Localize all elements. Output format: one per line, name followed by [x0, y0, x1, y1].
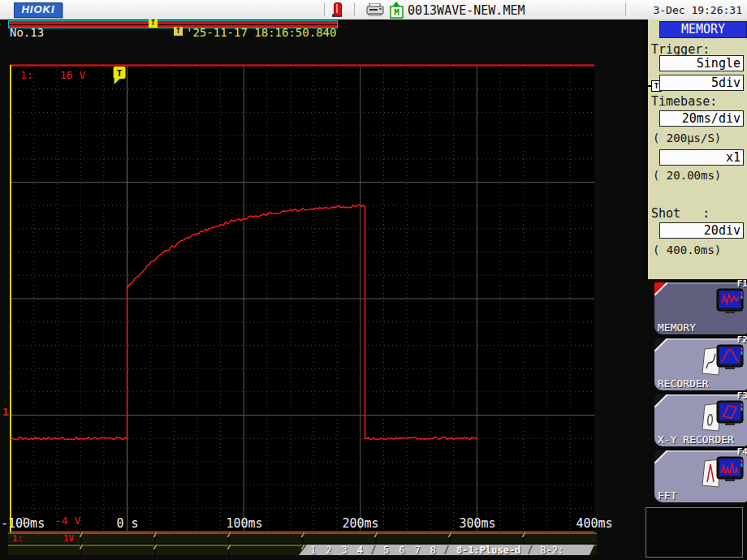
memory-file-icon: M — [389, 2, 405, 19]
channel-segment — [525, 532, 597, 543]
window-note: ( 20.00ms) — [653, 169, 721, 182]
settings-panel: MEMORY Trigger: Single T 5div Timebase: … — [641, 19, 747, 560]
indicator-divider — [528, 545, 533, 554]
channel-number: 2 — [326, 545, 331, 556]
fkey-recorder[interactable]: F2 RECORDER — [654, 338, 747, 390]
channel-number: 8 — [430, 545, 436, 556]
fkey-label: X-Y RECORDER — [658, 433, 734, 446]
channel-segment — [82, 532, 154, 543]
channel-number: 5 — [383, 545, 389, 556]
x-tick: 400ms — [576, 516, 612, 531]
timebase-label: Timebase: — [651, 94, 717, 109]
fkey-label: RECORDER — [658, 377, 709, 390]
waveform-screen: T No.13 T '25-11-17 18:16:50.840 T1:16 V… — [0, 19, 641, 560]
logic-settings-row: 1 2 3 4 5 6 7 8 8-1:Pluse-d 8-2: — [8, 545, 597, 555]
shot-field[interactable]: 20div — [659, 222, 744, 239]
channel-segment — [230, 545, 302, 555]
channel-range: 1V — [63, 533, 74, 544]
channel-segment — [377, 532, 449, 543]
channel-segment — [8, 545, 80, 555]
shot-time-note: ( 400.0ms) — [653, 243, 721, 256]
record-lamp-icon — [332, 2, 342, 17]
channel-number-active: 4 — [357, 545, 363, 556]
sample-rate-note: ( 200µs/S) — [653, 131, 721, 144]
record-number: No.13 — [10, 26, 44, 39]
ch-top-prefix: 1: — [20, 69, 33, 81]
channel-settings-row: 1: 1V — [8, 532, 597, 543]
channel-segment — [451, 532, 523, 543]
printer-icon — [366, 3, 384, 16]
magnification-field[interactable]: x1 — [659, 149, 744, 166]
fkey-label: FFT — [658, 489, 676, 502]
channel-number: 3 — [341, 545, 347, 556]
fkey-empty-slot — [646, 507, 743, 558]
x-tick: 0 s — [116, 516, 138, 531]
svg-text:T: T — [117, 68, 123, 79]
x-tick: 300ms — [459, 516, 495, 531]
indicator-divider — [371, 545, 376, 554]
svg-text:M: M — [394, 7, 399, 18]
fkey-xy-recorder[interactable]: F3 X-Y RECORDER — [654, 394, 747, 446]
indicator-divider — [444, 545, 449, 554]
recorder-wave-icon — [699, 343, 745, 382]
x-tick: 100ms — [226, 516, 262, 531]
channel-number: 6 — [399, 545, 404, 556]
xy-plot-icon — [699, 399, 745, 438]
pretrigger-field[interactable]: 5div — [659, 75, 744, 91]
mode-header: MEMORY — [659, 21, 747, 38]
shot-label: Shot : — [651, 206, 710, 221]
channel-segment — [156, 545, 228, 555]
channel-label: 1: — [12, 533, 23, 544]
timebase-field[interactable]: 20ms/div — [659, 110, 744, 127]
logic-probe-1: 8-1:Pluse-d — [456, 545, 520, 556]
channel-segment — [156, 532, 228, 543]
hioki-logo: HIOKI — [14, 2, 63, 18]
fkey-label: MEMORY — [658, 321, 696, 334]
channel-number: 7 — [414, 545, 420, 556]
x-tick: -100ms — [1, 516, 45, 531]
trigger-time-icon: T — [174, 27, 183, 36]
channel-segment — [304, 532, 376, 543]
memory-wave-icon — [699, 287, 745, 326]
trigger-position-marker-icon[interactable]: T — [149, 19, 158, 28]
trigger-mode-field[interactable]: Single — [659, 55, 744, 71]
channel1-zero-marker: 1 — [2, 406, 9, 418]
logic-probe-2: 8-2: — [540, 545, 563, 556]
channel-segment — [82, 545, 154, 555]
trigger-timestamp: '25-11-17 18:16:50.840 — [186, 26, 336, 39]
toolbar-divider — [354, 2, 358, 16]
channel-segment: 1: 1V — [8, 532, 80, 543]
toolbar-divider — [324, 2, 328, 16]
x-tick: 200ms — [342, 516, 378, 531]
ch-top-value: 16 V — [60, 69, 85, 81]
fkey-memory[interactable]: F1 MEMORY — [654, 282, 747, 334]
toolbar-divider — [625, 2, 629, 16]
channel-indicator-bar: 1 2 3 4 5 6 7 8 8-1:Pluse-d 8-2: — [299, 545, 594, 555]
fkey-fft[interactable]: F4 FFT — [654, 450, 747, 502]
fft-spectrum-icon — [699, 455, 745, 494]
ch-bottom-value: -4 V — [55, 515, 80, 527]
title-bar: HIOKI M 0013WAVE-NEW.MEM 3-Dec 19:26:31 — [0, 0, 747, 20]
system-clock: 3-Dec 19:26:31 — [653, 4, 742, 16]
loaded-filename: 0013WAVE-NEW.MEM — [408, 3, 525, 18]
channel-number: 1 — [310, 545, 316, 556]
settings-card: MEMORY Trigger: Single T 5div Timebase: … — [648, 19, 747, 279]
waveform-plot: T1:16 V1:-4 V — [10, 64, 594, 533]
channel-segment — [230, 532, 302, 543]
